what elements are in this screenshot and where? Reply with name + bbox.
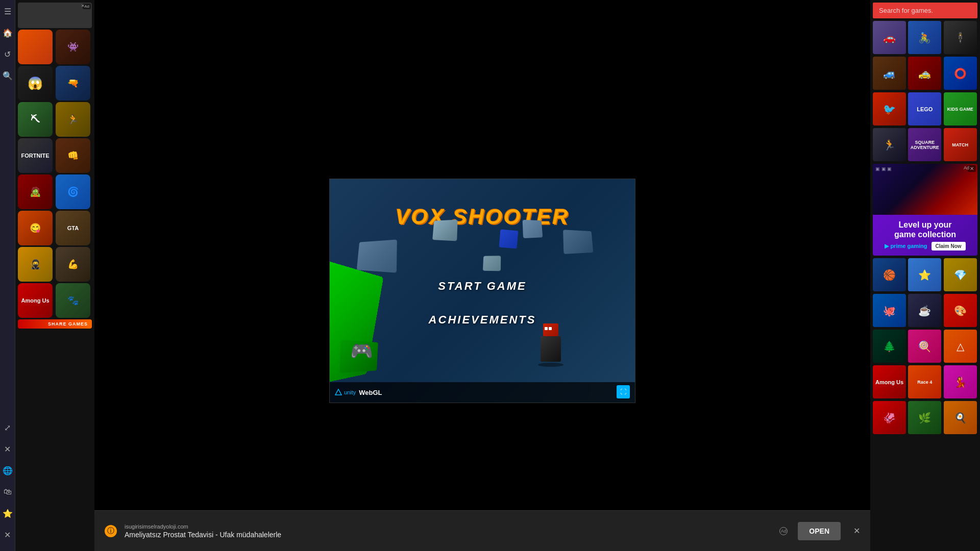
prime-ad-title: Level up yourgame collection <box>878 220 972 239</box>
share-games-bar[interactable]: SHARE GAMES <box>18 319 92 329</box>
list-item[interactable]: 🏃 <box>56 102 90 137</box>
sidebar-top-ad: Ad ✕ <box>18 3 92 28</box>
list-item[interactable]: 🐾 <box>56 283 90 318</box>
refresh-icon[interactable]: ↺ <box>2 48 14 60</box>
list-item[interactable] <box>18 30 53 64</box>
right-games-row-3: 🐦 LEGO KIDS GAME <box>873 92 977 126</box>
right-game-item[interactable]: 🚴 <box>908 21 941 54</box>
search-icon[interactable]: 🔍 <box>2 69 14 82</box>
right-game-item[interactable]: 🎨 <box>944 294 977 327</box>
right-game-item[interactable]: 🍭 <box>908 330 941 363</box>
ad-text-area: isugirisimselradyoloji.com Ameliyatsız P… <box>125 523 772 539</box>
ad-text: Ameliyatsız Prostat Tedavisi - Ufak müda… <box>125 531 772 539</box>
open-button[interactable]: OPEN <box>798 522 841 540</box>
unity-icon <box>335 389 342 396</box>
close-icon[interactable]: ✕ <box>2 443 14 455</box>
right-game-item[interactable]: 🚗 <box>873 21 906 54</box>
start-game-button[interactable]: START GAME <box>438 280 526 293</box>
list-item[interactable]: 👊 <box>56 138 90 173</box>
right-game-item[interactable]: 🕴 <box>944 21 977 54</box>
right-game-item[interactable]: SQUARE ADVENTURE <box>908 128 941 161</box>
right-game-item[interactable]: MATCH <box>944 128 977 161</box>
games-list-sidebar: Ad ✕ 👾 😱 🔫 ⛏ 🏃 FORTNITE 👊 <box>15 0 94 551</box>
right-game-item[interactable]: 🍳 <box>944 401 977 434</box>
right-game-item[interactable]: ☕ <box>908 294 941 327</box>
globe-icon[interactable]: 🌐 <box>2 464 14 477</box>
ad-close[interactable]: ✕ <box>81 4 85 8</box>
list-item[interactable]: 💪 <box>56 247 90 282</box>
list-item[interactable]: 🔫 <box>56 66 90 101</box>
right-game-item[interactable]: 💃 <box>944 365 977 398</box>
right-game-item[interactable]: 💎 <box>944 258 977 291</box>
block-deco <box>563 230 593 254</box>
right-game-item[interactable]: 🚙 <box>873 57 906 90</box>
claim-now-button[interactable]: Claim Now <box>932 242 966 251</box>
game-canvas[interactable]: VOX SHOOTER 🎮 <box>329 179 635 403</box>
x-icon[interactable]: ✕ <box>2 529 14 541</box>
right-games-row-8: Among Us Race 4 💃 <box>873 365 977 398</box>
achievements-button[interactable]: ACHIEVEMENTS <box>429 313 536 327</box>
right-sidebar: 🚗 🚴 🕴 🚙 🚕 ⭕ 🐦 LEGO KIDS GAME <box>870 0 980 551</box>
right-game-item[interactable]: 🦑 <box>873 401 906 434</box>
right-game-item[interactable]: 🚕 <box>908 57 941 90</box>
shop-icon[interactable]: 🛍 <box>2 486 14 498</box>
fullscreen-button[interactable]: ⛶ <box>617 385 630 398</box>
game-label <box>18 30 53 64</box>
right-game-item[interactable]: 🏃 <box>873 128 906 161</box>
home-icon[interactable]: 🏠 <box>2 27 14 39</box>
right-game-item[interactable]: ⭕ <box>944 57 977 90</box>
right-games-row-2: 🚙 🚕 ⭕ <box>873 57 977 90</box>
search-input[interactable] <box>873 3 977 18</box>
block-deco <box>357 240 397 273</box>
top-black-area <box>94 0 870 71</box>
list-item[interactable]: 🌀 <box>56 174 90 209</box>
unity-logo: unity WebGL <box>335 389 382 396</box>
list-item[interactable]: ⛏ <box>18 102 53 137</box>
expand-icon[interactable]: ⤢ <box>2 421 14 434</box>
list-item[interactable]: FORTNITE <box>18 138 53 173</box>
menu-icon[interactable]: ☰ <box>2 5 14 17</box>
block-deco <box>523 220 543 238</box>
prime-gaming-ad: ✕ Ad ▣ ▣ ▣ Level up yourgame collection … <box>873 164 977 256</box>
ad-source: isugirisimselradyoloji.com <box>125 523 772 530</box>
ad-close-x[interactable]: ✕ <box>853 526 860 536</box>
right-games-row-5: 🏀 ⭐ 💎 <box>873 258 977 291</box>
controller-icon: 🎮 <box>350 340 373 362</box>
unity-footer: unity WebGL ⛶ <box>330 382 635 403</box>
prime-ad-text-area: Level up yourgame collection ▶ prime gam… <box>873 215 977 256</box>
right-game-item[interactable]: ⭐ <box>908 258 941 291</box>
list-item[interactable]: GTA <box>56 211 90 245</box>
right-game-item[interactable]: △ <box>944 330 977 363</box>
list-item[interactable]: 👾 <box>56 30 90 64</box>
right-game-item[interactable]: 🐦 <box>873 92 906 126</box>
star-icon[interactable]: ⭐ <box>2 507 14 519</box>
list-item[interactable]: Among Us <box>18 283 53 318</box>
list-item[interactable]: 🧟 <box>18 174 53 209</box>
block-deco <box>432 220 457 241</box>
right-games-row-1: 🚗 🚴 🕴 <box>873 21 977 54</box>
right-game-item[interactable]: Race 4 <box>908 365 941 398</box>
bottom-ad-bar: ⓘ isugirisimselradyoloji.com Ameliyatsız… <box>94 510 870 551</box>
right-game-item[interactable]: KIDS GAME <box>944 92 977 126</box>
list-item[interactable]: 😋 <box>18 211 53 245</box>
prime-gaming-label: ▶ prime gaming Claim Now <box>878 242 972 251</box>
left-nav: ☰ 🏠 ↺ 🔍 ⤢ ✕ 🌐 🛍 ⭐ ✕ <box>0 0 15 551</box>
right-game-item[interactable]: Among Us <box>873 365 906 398</box>
game-character <box>541 336 564 367</box>
list-item[interactable]: 🥷 <box>18 247 53 282</box>
games-grid: 👾 😱 🔫 ⛏ 🏃 FORTNITE 👊 🧟 🌀 <box>18 30 92 318</box>
right-game-item[interactable]: 🐙 <box>873 294 906 327</box>
game-viewport: VOX SHOOTER 🎮 <box>94 71 870 510</box>
ad-icon: ⓘ <box>105 525 117 537</box>
right-game-item[interactable]: LEGO <box>908 92 941 126</box>
block-deco-blue <box>499 230 519 249</box>
prime-ad-image: ▣ ▣ ▣ <box>873 164 977 215</box>
right-game-item[interactable]: 🌲 <box>873 330 906 363</box>
right-games-row-6: 🐙 ☕ 🎨 <box>873 294 977 327</box>
list-item[interactable]: 😱 <box>18 66 53 101</box>
right-games-row-4: 🏃 SQUARE ADVENTURE MATCH <box>873 128 977 161</box>
right-games-row-9: 🦑 🌿 🍳 <box>873 401 977 434</box>
right-game-item[interactable]: 🏀 <box>873 258 906 291</box>
game-title: VOX SHOOTER <box>395 205 569 229</box>
right-game-item[interactable]: 🌿 <box>908 401 941 434</box>
